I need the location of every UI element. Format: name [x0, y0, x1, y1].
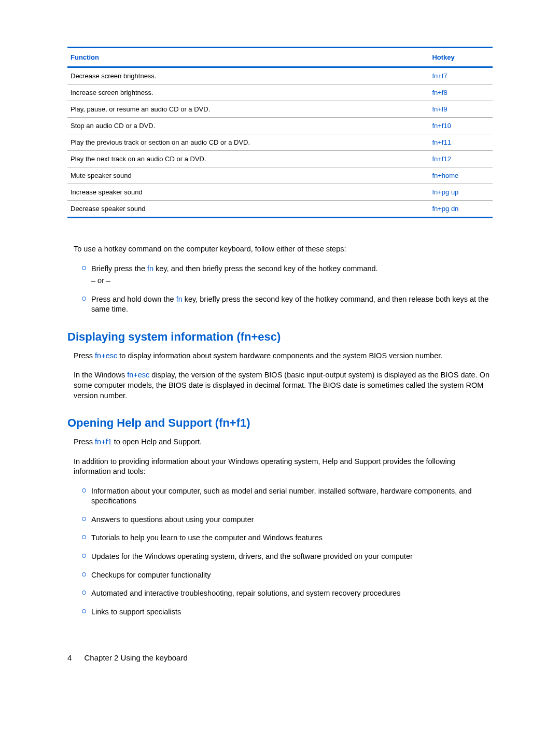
s1p1-pre: Press — [74, 352, 95, 360]
step2-pre: Press and hold down the — [91, 295, 176, 303]
steps-list: Briefly press the fn key, and then brief… — [74, 264, 493, 315]
chapter-label: Chapter 2 Using the keyboard — [85, 653, 188, 662]
cell-hotkey: fn+f8 — [429, 85, 493, 101]
cell-hotkey: fn+f11 — [429, 134, 493, 151]
table-row: Increase speaker soundfn+pg up — [67, 184, 493, 201]
step1-pre: Briefly press the — [91, 264, 147, 273]
cell-hotkey: fn+pg dn — [429, 201, 493, 218]
step2-key: fn — [176, 295, 183, 303]
cell-hotkey: fn+home — [429, 167, 493, 184]
list-item: Links to support specialists — [91, 607, 493, 617]
intro-text: To use a hotkey command on the computer … — [74, 244, 493, 255]
table-body: Decrease screen brightness.fn+f7Increase… — [67, 67, 493, 218]
table-header-hotkey: Hotkey — [429, 48, 493, 67]
step1-post: key, and then briefly press the second k… — [153, 264, 378, 273]
cell-function: Stop an audio CD or a DVD. — [67, 118, 429, 134]
list-item: Checkups for computer functionality — [91, 570, 493, 581]
s1p1-key: fn+esc — [95, 352, 117, 360]
table-row: Play, pause, or resume an audio CD or a … — [67, 101, 493, 118]
table-row: Play the next track on an audio CD or a … — [67, 151, 493, 167]
list-item: Updates for the Windows operating system… — [91, 552, 493, 562]
list-item: Answers to questions about using your co… — [91, 515, 493, 525]
section-heading-system-info: Displaying system information (fn+esc) — [67, 330, 493, 344]
cell-function: Decrease speaker sound — [67, 201, 429, 218]
document-page: Function Hotkey Decrease screen brightne… — [0, 0, 560, 688]
hotkey-table: Function Hotkey Decrease screen brightne… — [67, 47, 493, 218]
cell-function: Mute speaker sound — [67, 167, 429, 184]
list-item: Automated and interactive troubleshootin… — [91, 588, 493, 599]
table-row: Increase screen brightness.fn+f8 — [67, 85, 493, 101]
cell-hotkey: fn+f9 — [429, 101, 493, 118]
table-row: Mute speaker soundfn+home — [67, 167, 493, 184]
table-row: Stop an audio CD or a DVD.fn+f10 — [67, 118, 493, 134]
page-number: 4 — [67, 653, 72, 662]
step-item: Press and hold down the fn key, briefly … — [91, 294, 493, 315]
table-row: Play the previous track or section on an… — [67, 134, 493, 151]
help-list: Information about your computer, such as… — [74, 486, 493, 617]
cell-function: Play the previous track or section on an… — [67, 134, 429, 151]
step-item: Briefly press the fn key, and then brief… — [91, 264, 493, 286]
s1p2-key: fn+esc — [127, 371, 149, 379]
section-heading-help-support: Opening Help and Support (fn+f1) — [67, 416, 493, 430]
cell-hotkey: fn+f10 — [429, 118, 493, 134]
cell-function: Increase speaker sound — [67, 184, 429, 201]
cell-hotkey: fn+pg up — [429, 184, 493, 201]
s2p1-pre: Press — [74, 438, 95, 446]
cell-hotkey: fn+f7 — [429, 67, 493, 85]
page-footer: 4 Chapter 2 Using the keyboard — [67, 653, 493, 662]
cell-function: Decrease screen brightness. — [67, 67, 429, 85]
section2-p2: In addition to providing information abo… — [74, 457, 493, 477]
list-item: Information about your computer, such as… — [91, 486, 493, 507]
cell-function: Play the next track on an audio CD or a … — [67, 151, 429, 167]
cell-function: Increase screen brightness. — [67, 85, 429, 101]
table-header-function: Function — [67, 48, 429, 67]
cell-function: Play, pause, or resume an audio CD or a … — [67, 101, 429, 118]
or-separator: – or – — [91, 276, 493, 286]
list-item: Tutorials to help you learn to use the c… — [91, 533, 493, 543]
cell-hotkey: fn+f12 — [429, 151, 493, 167]
s1p1-post: to display information about system hard… — [117, 352, 442, 360]
section1-p1: Press fn+esc to display information abou… — [74, 351, 493, 361]
s1p2-pre: In the Windows — [74, 371, 127, 379]
table-row: Decrease speaker soundfn+pg dn — [67, 201, 493, 218]
section2-p1: Press fn+f1 to open Help and Support. — [74, 437, 493, 447]
s2p1-key: fn+f1 — [95, 438, 112, 446]
section1-p2: In the Windows fn+esc display, the versi… — [74, 370, 493, 401]
step1-key: fn — [147, 264, 153, 273]
s2p1-post: to open Help and Support. — [112, 438, 202, 446]
table-row: Decrease screen brightness.fn+f7 — [67, 67, 493, 85]
